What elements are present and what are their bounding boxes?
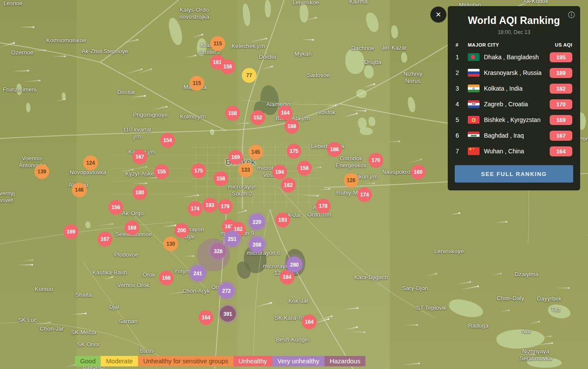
panel-title: World AQI Ranking (452, 15, 576, 27)
aqi-marker[interactable]: 160 (411, 165, 426, 179)
aqi-marker[interactable]: 251 (224, 231, 240, 247)
city-name: Dhaka , Bangladesh (484, 54, 545, 61)
aqi-value-badge: 164 (550, 146, 572, 156)
aqi-marker[interactable]: 193 (203, 198, 217, 213)
aqi-marker[interactable]: 194 (272, 165, 287, 179)
aqi-value-badge: 170 (550, 99, 572, 109)
aqi-value-badge: 167 (550, 131, 572, 141)
panel-timestamp: 18:00, Dec 13 (448, 29, 580, 35)
aqi-marker[interactable]: 169 (64, 224, 78, 239)
legend-item-good: Good (75, 356, 101, 366)
aqi-marker[interactable]: 146 (72, 183, 87, 197)
legend-item-very-unhealthy: Very unhealthy (272, 356, 324, 366)
aqi-marker[interactable]: 155 (154, 164, 169, 179)
legend-item-moderate: Moderate (101, 356, 138, 366)
ranking-row[interactable]: 1Dhaka , Bangladesh195 (448, 49, 580, 65)
aqi-marker[interactable]: 272 (219, 283, 235, 299)
ranking-row[interactable]: 7Wuhan , China164 (448, 143, 580, 159)
rank-number: 6 (456, 132, 463, 139)
column-us-aqi: US AQI (550, 42, 572, 47)
aqi-marker[interactable]: 139 (34, 164, 49, 179)
ranking-row[interactable]: 6Baghdad , Iraq167 (448, 128, 580, 143)
iq-flag-icon (468, 132, 480, 139)
aqi-marker[interactable]: 158 (225, 106, 240, 121)
aqi-marker[interactable]: 164 (278, 105, 293, 120)
aqi-marker[interactable]: 77 (242, 68, 257, 83)
aqi-marker[interactable]: 167 (98, 232, 112, 247)
aqi-marker[interactable]: 156 (297, 161, 312, 176)
legend-item-unhealthy-for-sensitive-groups: Unhealthy for sensitive groups (138, 356, 233, 366)
kg-flag-icon (468, 116, 480, 124)
aqi-marker[interactable]: 186 (327, 142, 342, 157)
hr-flag-icon (468, 100, 480, 108)
info-icon[interactable] (568, 11, 575, 18)
close-ranking-button[interactable]: ✕ (430, 7, 446, 23)
city-name: Kolkata , India (484, 85, 545, 92)
aqi-marker[interactable]: 170 (368, 153, 383, 168)
ranking-rows: 1Dhaka , Bangladesh1952Krasnoyarsk , Rus… (448, 49, 580, 159)
aqi-marker[interactable]: 179 (218, 199, 233, 214)
aqi-marker[interactable]: 169 (125, 220, 139, 235)
ranking-row[interactable]: 4Zagreb , Croatia170 (448, 96, 580, 112)
aqi-marker[interactable]: 166 (159, 271, 174, 285)
city-name: Baghdad , Iraq (484, 132, 545, 139)
aqi-marker[interactable]: 175 (191, 163, 206, 178)
aqi-marker[interactable]: 169 (228, 150, 243, 165)
aqi-marker[interactable]: 168 (284, 119, 299, 134)
air-quality-map-screen: LesnoeKalys-Ordo novostrojkaLeninskoeKai… (0, 0, 588, 369)
city-name: Bishkek , Kyrgyzstan (484, 116, 545, 123)
column-major-city: MAJOR CITY (468, 42, 545, 47)
rank-number: 3 (456, 85, 463, 92)
legend-item-unhealthy: Unhealthy (233, 356, 272, 366)
aqi-marker[interactable]: 174 (188, 201, 203, 216)
aqi-marker[interactable]: 193 (275, 213, 290, 227)
aqi-marker[interactable]: 208 (249, 237, 265, 253)
ranking-row[interactable]: 2Krasnoyarsk , Russia189 (448, 65, 580, 81)
aqi-marker[interactable]: 220 (249, 214, 265, 230)
aqi-marker[interactable]: 156 (108, 200, 123, 215)
aqi-marker[interactable]: 164 (199, 310, 213, 325)
aqi-marker[interactable]: 175 (287, 144, 301, 159)
aqi-marker[interactable]: 180 (132, 185, 147, 200)
aqi-marker[interactable]: 200 (174, 223, 189, 238)
aqi-marker[interactable]: 167 (132, 149, 147, 164)
cn-flag-icon (468, 147, 480, 155)
aqi-marker[interactable]: 115 (210, 36, 225, 51)
rank-number: 5 (456, 116, 463, 123)
aqi-marker[interactable]: 126 (344, 173, 358, 188)
aqi-marker[interactable]: 154 (160, 133, 175, 148)
ranking-row[interactable]: 3Kolkata , India182 (448, 81, 580, 96)
rank-number: 7 (456, 148, 463, 155)
aqi-value-badge: 182 (550, 84, 572, 94)
aqi-marker[interactable]: 280 (287, 257, 303, 273)
column-rank: # (456, 42, 463, 47)
aqi-marker[interactable]: 328 (210, 243, 226, 259)
ranking-row[interactable]: 5Bishkek , Kyrgyzstan169 (448, 112, 580, 128)
aqi-value-badge: 195 (550, 52, 572, 62)
aqi-marker[interactable]: 152 (250, 110, 265, 125)
aqi-marker[interactable]: 124 (83, 156, 98, 170)
aqi-marker[interactable]: 164 (302, 315, 317, 329)
aqi-marker[interactable]: 145 (248, 145, 263, 159)
aqi-marker[interactable]: 178 (316, 199, 331, 213)
aqi-legend: GoodModerateUnhealthy for sensitive grou… (75, 356, 365, 366)
aqi-marker[interactable]: 174 (357, 187, 372, 202)
aqi-marker[interactable]: 130 (163, 237, 178, 251)
world-aqi-ranking-panel: World AQI Ranking 18:00, Dec 13 # MAJOR … (448, 6, 580, 190)
aqi-marker[interactable]: 241 (190, 265, 206, 281)
aqi-marker[interactable]: 158 (213, 171, 228, 186)
aqi-marker[interactable]: 115 (189, 76, 204, 91)
ru-flag-icon (468, 69, 480, 77)
aqi-value-badge: 169 (550, 115, 572, 125)
ranking-table-header: # MAJOR CITY US AQI (448, 42, 580, 47)
rank-number: 2 (456, 69, 463, 76)
aqi-marker[interactable]: 133 (238, 162, 253, 177)
see-full-ranking-button[interactable]: SEE FULL RANKING (455, 165, 573, 183)
aqi-marker[interactable]: 162 (281, 178, 296, 193)
city-name: Zagreb , Croatia (484, 101, 545, 108)
legend-item-hazardous: Hazardous (324, 356, 365, 366)
aqi-marker[interactable]: 391 (220, 306, 236, 322)
in-flag-icon (468, 85, 480, 92)
aqi-marker[interactable]: 156 (220, 59, 235, 74)
rank-number: 4 (456, 101, 463, 108)
